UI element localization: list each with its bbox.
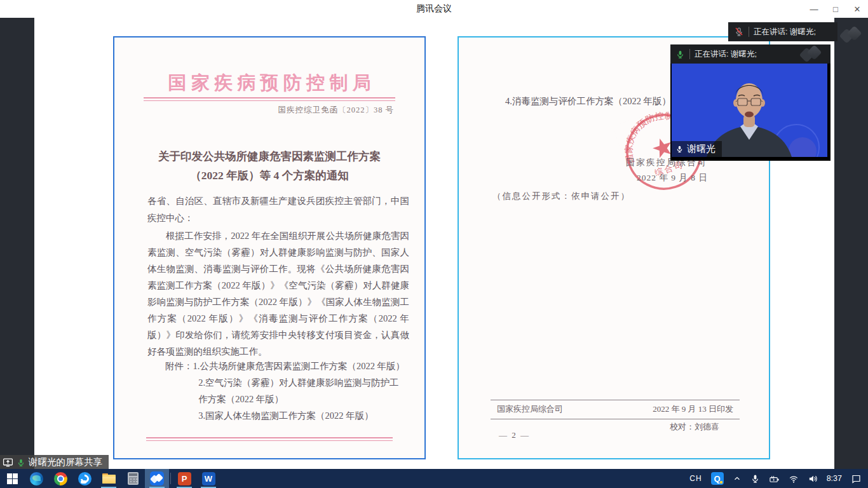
- sharer-mic-icon: [17, 458, 25, 467]
- window-titlebar: 腾讯会议 — □ ✕: [0, 0, 868, 18]
- edge-icon: [30, 472, 43, 485]
- show-hidden-icons-button[interactable]: [729, 469, 745, 488]
- speaker-icon: [808, 474, 818, 484]
- taskbar-item-calculator[interactable]: [121, 469, 145, 488]
- right-backdrop-strip: [834, 18, 868, 469]
- close-button[interactable]: ✕: [846, 0, 868, 18]
- attachment-item-3: 3.国家人体生物监测工作方案（2022 年版）: [198, 407, 407, 424]
- q-browser-icon: [78, 472, 92, 485]
- attachment-item-4: 4.消毒监测与评价工作方案（2022 年版）: [505, 95, 671, 107]
- shared-screen-area: 国 家 疾 病 预 防 控 制 局 国疾控综卫免函〔2022〕38 号 关于印发…: [0, 18, 868, 469]
- doc-title-line2: （2022 年版）等 4 个方案的通知: [127, 166, 412, 185]
- battery-charging-icon: [769, 474, 780, 484]
- speaker-name: 谢曙光: [687, 143, 715, 155]
- speaker-video-window[interactable]: 正在讲话: 谢曙光;: [670, 44, 831, 161]
- doc-body-paragraph: 根据工作安排，2022 年在全国组织开展公共场所健康危害因素监测、空气污染（雾霾…: [147, 227, 409, 360]
- doc-page1-end-rule: [146, 437, 393, 441]
- taskbar-apps: P W: [0, 469, 220, 488]
- taskbar-item-tencent-meeting[interactable]: [145, 469, 169, 488]
- taskbar-separator: [170, 473, 171, 484]
- language-indicator[interactable]: CH: [686, 469, 705, 488]
- windows-taskbar: P W CH Q: [0, 469, 868, 488]
- microphone-icon: [750, 474, 760, 484]
- doc-colophon: 国家疾控局综合司 2022 年 9 月 13 日印发: [491, 400, 740, 419]
- video-header-divider: [689, 49, 690, 59]
- tencent-meeting-icon: [150, 471, 164, 485]
- tray-volume-button[interactable]: [804, 469, 822, 488]
- start-button[interactable]: [0, 469, 24, 488]
- active-mic-icon: [675, 50, 685, 59]
- taskbar-item-edge[interactable]: [24, 469, 48, 488]
- action-center-icon: [851, 473, 862, 484]
- powerpoint-icon: P: [178, 472, 191, 485]
- speaking-toast: 正在讲话: 谢曙光;: [728, 22, 837, 41]
- window-controls: — □ ✕: [803, 0, 868, 18]
- left-backdrop-strip: [0, 18, 34, 469]
- maximize-button[interactable]: □: [825, 0, 846, 18]
- doc-number: 国疾控综卫免函〔2022〕38 号: [278, 105, 394, 116]
- toast-divider: [749, 27, 749, 37]
- doc-salutation: 各省、自治区、直辖市及新疆生产建设兵团疾控主管部门，中国疾控中心：: [147, 193, 409, 227]
- attachment-item-2: 2.空气污染（雾霾）对人群健康影响监测与防护工作方案（2022 年版）: [198, 374, 407, 407]
- ime-icon: Q: [711, 472, 724, 485]
- chevron-up-icon: [733, 474, 742, 483]
- screen-share-banner: 谢曙光的屏幕共享: [0, 455, 109, 469]
- video-speaking-label: 正在讲话: 谢曙光;: [695, 49, 796, 60]
- wifi-icon: [789, 474, 799, 484]
- taskbar-item-powerpoint[interactable]: P: [172, 469, 196, 488]
- meeting-logo-watermark: [840, 27, 865, 44]
- minimize-button[interactable]: —: [803, 0, 825, 18]
- tray-network-button[interactable]: [785, 469, 803, 488]
- speaker-name-tag: 谢曙光: [672, 141, 722, 157]
- taskbar-item-browser[interactable]: [72, 469, 97, 488]
- screen: 腾讯会议 — □ ✕ 国 家 疾 病 预 防 控 制 局 国疾控综卫免函〔202…: [0, 0, 868, 488]
- taskbar-item-chrome[interactable]: [48, 469, 72, 488]
- taskbar-item-word[interactable]: W: [196, 469, 220, 488]
- doc-disclosure-note: （信息公开形式：依申请公开）: [492, 191, 630, 202]
- doc-sign-date: 2022 年 9 月 8 日: [637, 172, 708, 184]
- attachment-row-1: 附件： 1.公共场所健康危害因素监测工作方案（2022 年版）: [165, 358, 407, 374]
- action-center-button[interactable]: [847, 469, 865, 488]
- screen-share-icon: [3, 457, 13, 468]
- window-title: 腾讯会议: [416, 3, 452, 15]
- speaker-video-feed: 谢曙光: [672, 64, 827, 157]
- file-explorer-icon: [102, 473, 116, 484]
- doc-agency-header: 国 家 疾 病 预 防 控 制 局: [114, 71, 424, 96]
- colophon-issuer: 国家疾控局综合司: [497, 403, 563, 415]
- doc-page-number: — 2 —: [499, 430, 530, 440]
- video-header-logo-watermark: [800, 47, 825, 61]
- doc-header-rule: [144, 97, 395, 101]
- word-icon: W: [202, 472, 215, 485]
- doc-title: 关于印发公共场所健康危害因素监测工作方案 （2022 年版）等 4 个方案的通知: [127, 147, 412, 185]
- muted-mic-icon: [734, 27, 744, 37]
- tray-battery-button[interactable]: [765, 469, 783, 488]
- video-window-header: 正在讲话: 谢曙光;: [670, 44, 831, 64]
- screen-share-label: 谢曙光的屏幕共享: [29, 456, 102, 468]
- doc-title-line1: 关于印发公共场所健康危害因素监测工作方案: [127, 147, 412, 166]
- windows-logo-icon: [7, 473, 18, 484]
- document-page-1: 国 家 疾 病 预 防 控 制 局 国疾控综卫免函〔2022〕38 号 关于印发…: [113, 36, 426, 459]
- doc-attachment-list: 附件： 1.公共场所健康危害因素监测工作方案（2022 年版） 2.空气污染（雾…: [165, 358, 407, 424]
- clock[interactable]: 8:37: [823, 469, 846, 488]
- attachment-item-1: 1.公共场所健康危害因素监测工作方案（2022 年版）: [193, 358, 405, 374]
- taskbar-spacer: [220, 469, 686, 488]
- calculator-icon: [128, 472, 139, 485]
- taskbar-item-file-explorer[interactable]: [97, 469, 121, 488]
- tray-microphone-button[interactable]: [747, 469, 764, 488]
- toast-speaking-label: 正在讲话: 谢曙光;: [754, 27, 816, 37]
- attachment-label: 附件：: [165, 358, 193, 374]
- chrome-icon: [54, 472, 67, 485]
- system-tray: CH Q: [686, 469, 868, 488]
- mic-icon: [675, 145, 684, 153]
- colophon-print-date: 2022 年 9 月 13 日印发: [653, 403, 733, 415]
- ime-button[interactable]: Q: [707, 469, 728, 488]
